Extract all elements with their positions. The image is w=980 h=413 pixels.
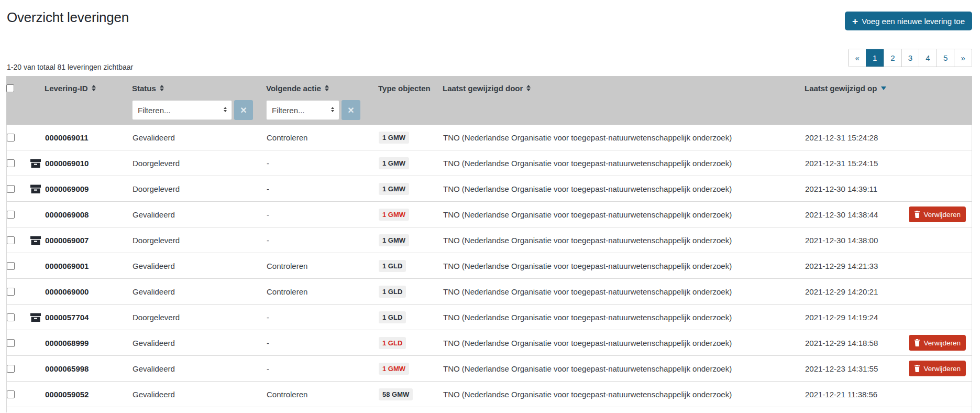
status-value: Gevalideerd (126, 202, 260, 227)
levering-id: 0000068999 (45, 330, 126, 355)
status-value: Gevalideerd (126, 253, 260, 278)
levering-id: 0000059052 (45, 382, 126, 407)
page-title: Overzicht leveringen (7, 9, 129, 26)
row-checkbox[interactable] (7, 365, 15, 373)
modified-at: 2021-12-29 14:21:33 (799, 253, 904, 278)
pagination-next[interactable]: » (954, 49, 972, 67)
row-checkbox[interactable] (7, 134, 15, 142)
select-arrows-icon (331, 107, 334, 112)
action-filter-select[interactable]: Filteren... (266, 100, 339, 120)
next-action-value: - (260, 330, 372, 355)
row-checkbox[interactable] (7, 288, 15, 296)
next-action-value: - (260, 227, 372, 253)
status-value: Gevalideerd (126, 330, 260, 355)
type-objects-badge: 1 GMW (379, 183, 409, 195)
select-all-checkbox[interactable] (6, 84, 14, 92)
levering-id: 0000069011 (45, 125, 126, 150)
next-action-value: Controleren (260, 125, 372, 150)
type-objects-badge: 1 GLD (379, 260, 406, 272)
status-filter-clear-button[interactable]: ✕ (234, 100, 253, 120)
pagination-page[interactable]: 5 (937, 49, 954, 67)
modified-by: TNO (Nederlandse Organisatie voor toegep… (437, 305, 799, 330)
type-objects-badge: 1 GMW (379, 209, 409, 221)
table-row: 0000069008 Gevalideerd - 1 GMW TNO (Nede… (7, 202, 972, 227)
modified-at: 2021-12-29 14:19:24 (799, 305, 904, 330)
trash-icon (914, 365, 920, 372)
status-value: Gevalideerd (126, 382, 260, 407)
status-value: Gevalideerd (126, 279, 260, 304)
table-row: 0000059052 Gevalideerd Controleren 58 GM… (7, 382, 972, 407)
row-checkbox[interactable] (7, 159, 15, 167)
delete-button[interactable]: Verwijderen (909, 335, 966, 351)
delete-button[interactable]: Verwijderen (909, 207, 966, 222)
row-checkbox[interactable] (7, 211, 15, 219)
modified-at: 2021-12-21 11:38:56 (799, 382, 904, 407)
modified-by: TNO (Nederlandse Organisatie voor toegep… (437, 279, 799, 304)
archive-icon (30, 311, 41, 323)
table-body: 0000069011 Gevalideerd Controleren 1 GMW… (6, 125, 972, 412)
table-row: 0000065998 Gevalideerd - 1 GMW TNO (Nede… (7, 356, 972, 382)
modified-by: TNO (Nederlandse Organisatie voor toegep… (437, 176, 799, 201)
pagination-prev[interactable]: « (849, 49, 866, 67)
column-header-status[interactable]: Status (126, 84, 260, 93)
levering-id: 0000069009 (45, 176, 126, 201)
table-row: 0000069001 Gevalideerd Controleren 1 GLD… (7, 253, 972, 279)
modified-by: TNO (Nederlandse Organisatie voor toegep… (437, 253, 799, 278)
next-action-value: Controleren (260, 253, 372, 278)
column-header-levering-id[interactable]: Levering-ID (45, 84, 126, 93)
type-objects-badge: 1 GMW (379, 132, 409, 144)
modified-at: 2021-12-30 14:39:11 (799, 176, 904, 201)
next-action-value: Controleren (260, 279, 372, 304)
levering-id: 0000065998 (45, 356, 126, 381)
row-checkbox[interactable] (7, 185, 15, 193)
status-value: Doorgeleverd (126, 227, 260, 253)
add-delivery-button[interactable]: + Voeg een nieuwe levering toe (845, 12, 972, 30)
modified-by: TNO (Nederlandse Organisatie voor toegep… (437, 382, 799, 407)
levering-id: 0000069010 (45, 150, 126, 176)
modified-at: 2021-12-23 14:31:55 (799, 356, 904, 381)
pagination-page[interactable]: 4 (919, 49, 937, 67)
row-checkbox[interactable] (7, 236, 15, 244)
trash-icon (914, 339, 920, 346)
table-row: 0000069007 Doorgeleverd - 1 GMW TNO (Ned… (7, 227, 972, 253)
column-header-laatst-gewijzigd-op[interactable]: Laatst gewijzigd op (798, 84, 904, 93)
row-checkbox[interactable] (7, 313, 15, 321)
column-header-volgende-actie[interactable]: Volgende actie (260, 84, 372, 93)
table-row: 0000069011 Gevalideerd Controleren 1 GMW… (7, 125, 972, 150)
archive-icon (30, 183, 41, 194)
type-objects-badge: 1 GMW (379, 234, 409, 246)
table-row: 0000069009 Doorgeleverd - 1 GMW TNO (Ned… (7, 176, 972, 202)
action-filter-clear-button[interactable]: ✕ (342, 100, 360, 120)
modified-by: TNO (Nederlandse Organisatie voor toegep… (437, 330, 799, 355)
pagination-page[interactable]: 1 (866, 49, 884, 67)
next-action-value: - (260, 305, 372, 330)
pagination-page[interactable]: 2 (884, 49, 901, 67)
type-objects-badge: 1 GLD (379, 311, 406, 323)
table-row: 0000069000 Gevalideerd Controleren 1 GLD… (7, 279, 972, 305)
clear-icon: ✕ (240, 105, 247, 115)
modified-by: TNO (Nederlandse Organisatie voor toegep… (437, 125, 799, 150)
table-row: 0000068999 Gevalideerd - 1 GLD TNO (Nede… (7, 330, 972, 356)
status-value: Gevalideerd (126, 125, 260, 150)
status-filter-select[interactable]: Filteren... (132, 100, 232, 120)
column-header-laatst-gewijzigd-door[interactable]: Laatst gewijzigd door (436, 84, 798, 93)
table-row: 0000057704 Doorgeleverd - 1 GLD TNO (Ned… (7, 305, 972, 330)
table-row: 0000069010 Doorgeleverd - 1 GMW TNO (Ned… (7, 150, 972, 176)
sort-icon (526, 85, 531, 91)
row-checkbox[interactable] (7, 262, 15, 270)
next-action-value: - (260, 202, 372, 227)
table-row-partial (7, 407, 972, 412)
row-checkbox[interactable] (7, 339, 15, 347)
modified-at: 2021-12-30 14:38:00 (799, 227, 904, 253)
delete-button[interactable]: Verwijderen (909, 361, 966, 376)
modified-at: 2021-12-31 15:24:28 (799, 125, 904, 150)
type-objects-badge: 1 GMW (379, 157, 409, 169)
row-checkbox[interactable] (7, 390, 15, 398)
next-action-value: - (260, 356, 372, 381)
next-action-value: - (260, 150, 372, 176)
sort-desc-icon (881, 86, 886, 90)
pagination-page[interactable]: 3 (901, 49, 919, 67)
select-arrows-icon (224, 107, 227, 112)
sort-icon (160, 85, 164, 91)
status-value: Doorgeleverd (126, 150, 260, 176)
